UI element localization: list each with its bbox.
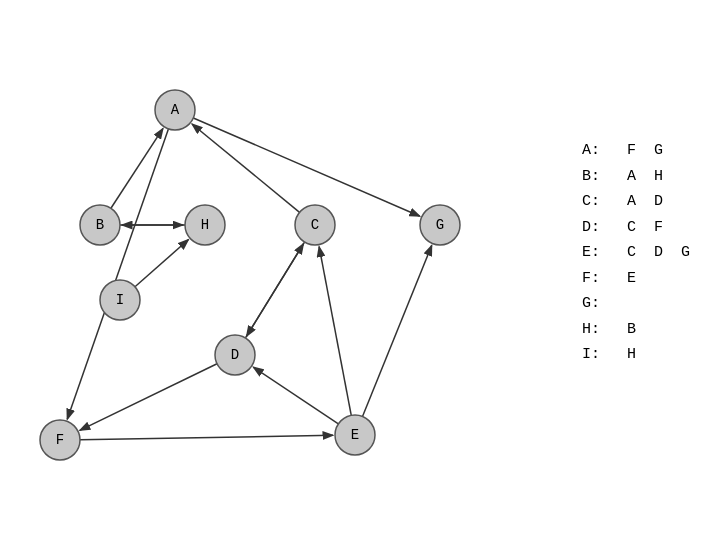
adj-row: I: H xyxy=(582,342,690,368)
node-label-d: D xyxy=(231,347,239,363)
graph-edge xyxy=(192,124,300,212)
graph-svg: ABHCGIDEF xyxy=(20,50,500,510)
node-label-c: C xyxy=(311,217,319,233)
node-label-a: A xyxy=(171,102,180,118)
node-label-i: I xyxy=(116,292,124,308)
graph-node: I xyxy=(100,280,140,320)
node-label-g: G xyxy=(436,217,444,233)
graph-node: G xyxy=(420,205,460,245)
graph-edge xyxy=(80,364,217,431)
node-label-f: F xyxy=(56,432,64,448)
adj-row: E: C D G xyxy=(582,240,690,266)
adjacency-rows: A: F GB: A HC: A DD: C FE: C D GF: EG:H:… xyxy=(582,138,690,368)
page-title xyxy=(0,0,720,12)
adj-row: D: C F xyxy=(582,215,690,241)
adjacency-lists: A: F GB: A HC: A DD: C FE: C D GF: EG:H:… xyxy=(582,130,690,368)
adj-row: F: E xyxy=(582,266,690,292)
graph-edge xyxy=(245,244,303,338)
graph-node: D xyxy=(215,335,255,375)
node-label-b: B xyxy=(96,217,104,233)
node-label-h: H xyxy=(201,217,209,233)
graph-node: B xyxy=(80,205,120,245)
adj-row: A: F G xyxy=(582,138,690,164)
graph-container: ABHCGIDEF xyxy=(20,50,500,510)
graph-edge xyxy=(363,245,432,416)
graph-node: H xyxy=(185,205,225,245)
graph-edge xyxy=(67,129,168,419)
graph-edge xyxy=(193,118,419,216)
adj-row: C: A D xyxy=(582,189,690,215)
node-label-e: E xyxy=(351,427,359,443)
graph-edge xyxy=(253,367,338,424)
adj-row: B: A H xyxy=(582,164,690,190)
graph-edge xyxy=(319,247,351,416)
adj-row: G: xyxy=(582,291,690,317)
graph-edge xyxy=(135,240,189,287)
graph-node: E xyxy=(335,415,375,455)
graph-node: F xyxy=(40,420,80,460)
adj-row: H: B xyxy=(582,317,690,343)
graph-node: A xyxy=(155,90,195,130)
graph-node: C xyxy=(295,205,335,245)
graph-edge xyxy=(80,435,333,439)
